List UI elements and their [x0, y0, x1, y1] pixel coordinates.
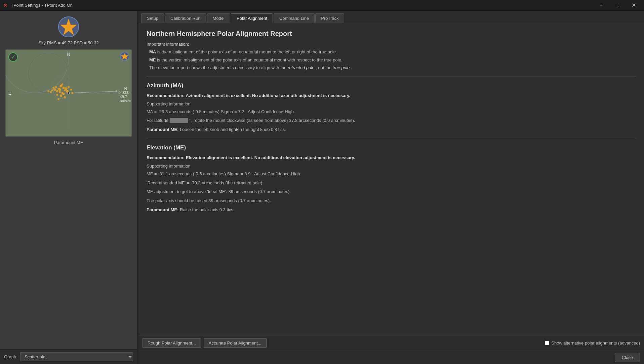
mount-label: Paramount ME: [0, 138, 137, 148]
important-info-list: MA is the misalignment of the polar axis…: [147, 49, 636, 71]
content-area: Northern Hemisphere Polar Alignment Repo…: [138, 23, 644, 335]
svg-point-10: [56, 90, 58, 92]
minimize-button[interactable]: −: [594, 0, 609, 11]
svg-point-25: [70, 89, 72, 91]
svg-point-15: [59, 91, 61, 93]
right-panel: Setup Calibration Run Model Polar Alignm…: [138, 11, 644, 364]
rough-polar-button[interactable]: Rough Polar Alignment...: [143, 338, 201, 348]
svg-point-27: [47, 90, 49, 92]
graph-dropdown[interactable]: Scatter plot Sky map Residuals Histogram: [20, 352, 133, 361]
svg-point-31: [68, 92, 70, 94]
elevation-detail-3: ME adjustment to get to above 'Ideal ME'…: [147, 188, 636, 195]
azimuth-line2-blurred: ██████: [170, 118, 188, 123]
polar-plot: ✓ N E R 200.0 49.7arcsec: [6, 50, 131, 136]
close-main-button[interactable]: Close: [615, 353, 640, 362]
elevation-detail-2: 'Recommended ME' = -70.3 arcseconds (the…: [147, 180, 636, 187]
elevation-recommendation: Recommendation: Elevation alignment is e…: [147, 155, 636, 160]
logo-area: Sky RMS = 49.72 PSD = 50.32: [0, 11, 137, 48]
ma-bold: MA: [149, 49, 156, 54]
important-info-label: Important information:: [147, 42, 636, 47]
show-alt-label: Show alternative polar alignments (advan…: [551, 340, 640, 346]
tab-protrack[interactable]: ProTrack: [315, 13, 344, 23]
elevation-info-text1: The elevation report shows the adjustmen…: [149, 65, 288, 70]
elevation-mount-bold: Paramount ME:: [147, 207, 178, 212]
azimuth-detail-2: For latitude ██████ °, rotate the mount …: [147, 117, 636, 124]
tab-command-line[interactable]: Command Line: [274, 13, 315, 23]
azimuth-title: Azimuth (MA): [147, 82, 636, 89]
tab-setup[interactable]: Setup: [141, 13, 164, 23]
azimuth-detail-1: MA = -29.3 arcseconds (-0.5 minutes) Sig…: [147, 108, 636, 116]
svg-point-12: [65, 87, 68, 90]
window-controls: − □ ✕: [594, 0, 641, 11]
svg-point-13: [57, 88, 59, 90]
svg-point-32: [115, 90, 117, 92]
info-item-me: ME is the vertical misalignment of the p…: [149, 57, 636, 63]
elevation-mount-text: Raise the polar axis 0.3 tics.: [180, 207, 235, 212]
info-item-elevation: The elevation report shows the adjustmen…: [149, 64, 636, 71]
app-icon: ✕: [3, 3, 8, 8]
me-text: is the vertical misalignment of the pola…: [157, 57, 342, 62]
info-item-ma: MA is the misalignment of the polar axis…: [149, 49, 636, 55]
svg-point-29: [71, 92, 73, 94]
main-content: Sky RMS = 49.72 PSD = 50.32 ✓ N E R 200.…: [0, 11, 644, 364]
true-pole-text: true pole: [333, 65, 350, 70]
elevation-detail-4: The polar axis should be raised 39 arcse…: [147, 197, 636, 204]
azimuth-supporting-label: Supporting information: [147, 101, 636, 106]
elevation-info-text3: .: [351, 65, 352, 70]
left-panel: Sky RMS = 49.72 PSD = 50.32 ✓ N E R 200.…: [0, 11, 137, 364]
me-bold: ME: [149, 57, 156, 62]
tab-calibration-run[interactable]: Calibration Run: [165, 13, 206, 23]
svg-point-19: [60, 94, 62, 97]
elevation-info-text2: , not the: [316, 65, 333, 70]
svg-point-18: [68, 86, 70, 88]
elevation-detail-5: Paramount ME: Raise the polar axis 0.3 t…: [147, 207, 636, 214]
show-alt-checkbox-area: Show alternative polar alignments (advan…: [545, 340, 640, 346]
window-bottom-bar: Close: [138, 351, 644, 364]
svg-point-26: [64, 96, 66, 98]
graph-label: Graph:: [4, 354, 17, 359]
maximize-button[interactable]: □: [610, 0, 625, 11]
refracted-pole-text: refracted pole: [288, 65, 315, 70]
star-logo-icon: [58, 16, 79, 38]
svg-point-6: [63, 87, 65, 89]
sky-rms-text: Sky RMS = 49.72 PSD = 50.32: [38, 40, 98, 45]
azimuth-recommendation: Recommendation: Azimuth alignment is exc…: [147, 93, 636, 98]
azimuth-mount-text: Loosen the left knob and tighten the rig…: [180, 127, 286, 132]
svg-point-28: [57, 98, 59, 100]
tab-polar-alignment[interactable]: Polar Alignment: [231, 13, 273, 23]
bottom-action-bar: Rough Polar Alignment... Accurate Polar …: [138, 335, 644, 351]
azimuth-line2-prefix: For latitude: [147, 118, 170, 123]
show-alt-checkbox[interactable]: [545, 341, 549, 345]
important-info-block: Important information: MA is the misalig…: [147, 42, 636, 71]
ma-text: is the misalignment of the polar axis of…: [157, 49, 337, 54]
graph-selector: Graph: Scatter plot Sky map Residuals Hi…: [0, 349, 137, 364]
title-bar: ✕ TPoint Settings - TPoint Add On − □ ✕: [0, 0, 644, 11]
divider-1: [147, 77, 636, 77]
svg-point-23: [61, 83, 63, 85]
divider-2: [147, 139, 636, 139]
svg-point-22: [56, 94, 58, 96]
tabs-bar: Setup Calibration Run Model Polar Alignm…: [138, 11, 644, 23]
report-title: Northern Hemisphere Polar Alignment Repo…: [147, 30, 636, 38]
svg-line-4: [69, 91, 116, 93]
svg-point-7: [55, 86, 57, 88]
elevation-title: Elevation (ME): [147, 144, 636, 151]
azimuth-line2-suffix: °, rotate the mount clockwise (as seen f…: [190, 118, 355, 123]
azimuth-mount-bold: Paramount ME:: [147, 127, 178, 132]
azimuth-detail-3: Paramount ME: Loosen the left knob and t…: [147, 126, 636, 133]
window-title: TPoint Settings - TPoint Add On: [11, 3, 591, 8]
tab-model[interactable]: Model: [207, 13, 230, 23]
accurate-polar-button[interactable]: Accurate Polar Alignment...: [204, 338, 267, 348]
polar-plot-container: ✓ N E R 200.0 49.7arcsec: [5, 49, 132, 137]
elevation-supporting-label: Supporting information: [147, 164, 636, 169]
svg-point-24: [50, 91, 52, 93]
polar-indicator-line: [6, 50, 131, 136]
elevation-section: Elevation (ME) Recommendation: Elevation…: [147, 144, 636, 214]
azimuth-section: Azimuth (MA) Recommendation: Azimuth ali…: [147, 82, 636, 133]
close-window-button[interactable]: ✕: [626, 0, 641, 11]
svg-point-16: [63, 93, 65, 95]
svg-point-20: [51, 89, 53, 91]
elevation-detail-1: ME = -31.1 arcseconds (-0.5 arcminutes) …: [147, 171, 636, 178]
